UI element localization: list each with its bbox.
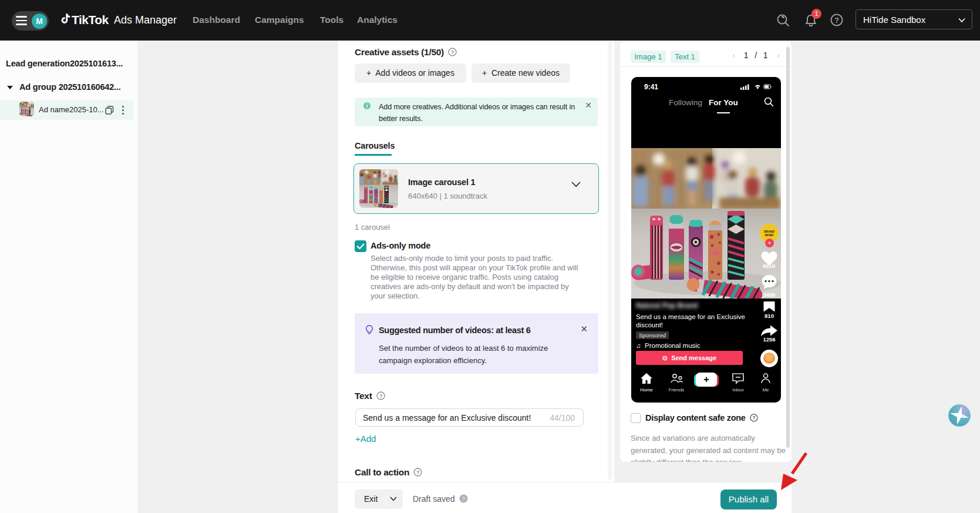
svg-text:?: ? [462, 495, 465, 502]
svg-text:?: ? [753, 415, 756, 421]
svg-text:?: ? [834, 16, 839, 25]
svg-text:?: ? [416, 470, 419, 475]
svg-text:?: ? [379, 393, 382, 399]
svg-text:?: ? [451, 49, 454, 55]
